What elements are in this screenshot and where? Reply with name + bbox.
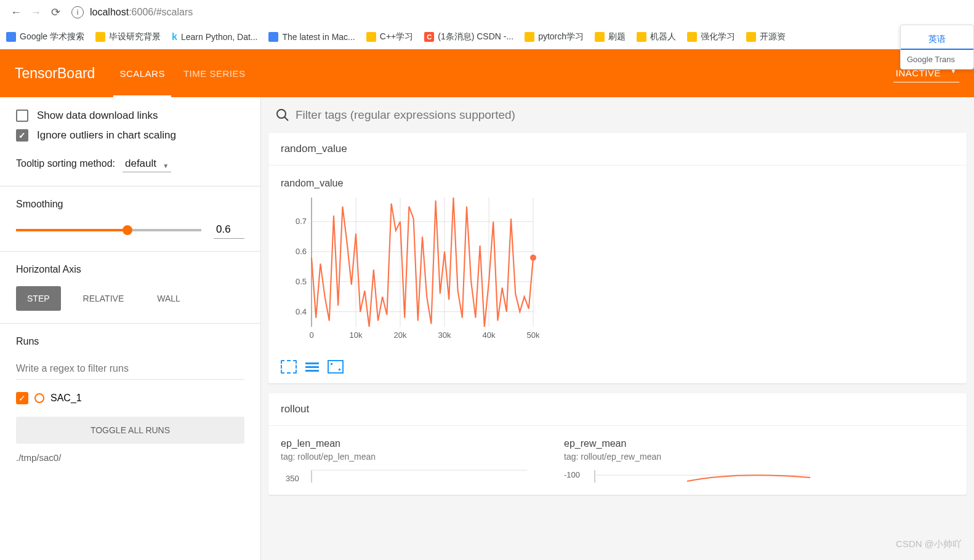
chart-subtitle: tag: rollout/ep_rew_mean (564, 452, 823, 462)
svg-text:0.5: 0.5 (296, 277, 307, 286)
smoothing-value-input[interactable] (214, 221, 244, 239)
axis-label: Horizontal Axis (16, 264, 244, 275)
site-icon (6, 32, 16, 42)
bookmark-label: 刷题 (608, 31, 626, 42)
svg-text:30k: 30k (438, 330, 451, 340)
show-download-checkbox[interactable] (16, 110, 28, 122)
bookmark-item[interactable]: kLearn Python, Dat... (172, 31, 257, 42)
run-path: ./tmp/sac0/ (16, 452, 244, 463)
card-random-value: random_value random_value 010k20k30k40k5… (268, 133, 967, 383)
bookmark-item[interactable]: C(1条消息) CSDN -... (424, 31, 513, 42)
folder-icon (637, 32, 646, 42)
bookmark-item[interactable]: C++学习 (366, 31, 413, 42)
fit-domain-icon[interactable] (328, 360, 344, 374)
bookmark-item[interactable]: pytorch学习 (525, 31, 584, 42)
search-icon (276, 108, 289, 122)
chart-title: random_value (281, 178, 539, 189)
url-text: localhost:6006/#scalars (90, 7, 193, 18)
translate-language[interactable]: 英语 (901, 30, 973, 50)
bookmark-item[interactable]: 开源资 (746, 31, 786, 42)
bookmark-item[interactable]: 强化学习 (687, 31, 735, 42)
address-bar[interactable]: i localhost:6006/#scalars (71, 6, 968, 18)
google-translate-popup[interactable]: 英语 Google Trans (900, 25, 974, 70)
content-area: random_value random_value 010k20k30k40k5… (261, 97, 974, 560)
run-name: SAC_1 (50, 393, 82, 404)
tensorboard-header: TensorBoard SCALARSTIME SERIES INACTIVE (0, 49, 974, 97)
csdn-icon: C (424, 32, 434, 42)
chart-random-value[interactable]: 010k20k30k40k50k0.40.50.60.7 (281, 191, 539, 345)
sidebar: Show data download links Ignore outliers… (0, 97, 261, 560)
card-rollout: rollout ep_len_mean tag: rollout/ep_len_… (268, 393, 967, 495)
svg-text:-100: -100 (564, 470, 580, 479)
bookmark-label: pytorch学习 (538, 31, 584, 42)
svg-text:10k: 10k (350, 330, 363, 340)
divider (0, 251, 260, 252)
forward-button[interactable]: → (26, 2, 46, 22)
bookmark-label: 毕设研究背景 (109, 31, 161, 42)
chart-ep-rew-mean[interactable]: -100 (564, 464, 823, 482)
bookmark-label: Google 学术搜索 (20, 31, 84, 42)
bookmark-item[interactable]: The latest in Mac... (268, 32, 355, 42)
bookmark-item[interactable]: 机器人 (637, 31, 676, 42)
folder-icon (95, 32, 105, 42)
tab-time-series[interactable]: TIME SERIES (183, 49, 246, 97)
axis-button-group: STEPRELATIVEWALL (16, 286, 244, 311)
run-color-swatch (34, 393, 44, 403)
chart-ep-len-mean[interactable]: 350 (281, 464, 539, 482)
divider (0, 323, 260, 324)
divider (0, 186, 260, 186)
tab-scalars[interactable]: SCALARS (119, 49, 165, 97)
tensorboard-logo: TensorBoard (15, 65, 95, 82)
smoothing-slider[interactable] (16, 229, 201, 231)
smoothing-label: Smoothing (16, 199, 244, 210)
bookmark-label: (1条消息) CSDN -... (438, 31, 513, 42)
svg-text:0.6: 0.6 (296, 247, 307, 256)
folder-icon (746, 32, 756, 42)
ignore-outliers-label: Ignore outliers in chart scaling (37, 129, 176, 142)
ignore-outliers-checkbox[interactable] (16, 129, 28, 142)
bookmark-label: Learn Python, Dat... (181, 32, 258, 42)
folder-icon (525, 32, 534, 42)
chart-title: ep_rew_mean (564, 438, 823, 449)
svg-line-1 (284, 117, 288, 121)
runs-filter-input[interactable] (16, 358, 244, 380)
back-button[interactable]: ← (6, 2, 26, 22)
bookmark-item[interactable]: 刷题 (595, 31, 626, 42)
svg-point-23 (530, 255, 536, 261)
bookmark-item[interactable]: 毕设研究背景 (95, 31, 161, 42)
bookmark-label: 开源资 (760, 31, 786, 42)
tooltip-sort-select[interactable]: default (123, 155, 171, 172)
toggle-all-runs-button[interactable]: TOGGLE ALL RUNS (16, 417, 244, 444)
axis-relative-button[interactable]: RELATIVE (72, 286, 135, 311)
bookmark-label: 强化学习 (701, 31, 735, 42)
card-header[interactable]: rollout (268, 393, 967, 426)
run-checkbox[interactable]: ✓ (16, 392, 28, 404)
folder-icon (366, 32, 376, 42)
expand-chart-icon[interactable] (281, 360, 297, 374)
kaggle-icon: k (172, 31, 177, 42)
reload-button[interactable]: ⟳ (46, 2, 65, 22)
bookmark-label: C++学习 (380, 31, 413, 42)
chart-title: ep_len_mean (281, 438, 539, 449)
bookmark-item[interactable]: Google 学术搜索 (6, 31, 84, 42)
folder-icon (595, 32, 605, 42)
bookmark-label: 机器人 (650, 31, 676, 42)
tag-filter-input[interactable] (296, 108, 967, 122)
svg-text:0.4: 0.4 (296, 307, 307, 316)
axis-step-button[interactable]: STEP (16, 286, 61, 311)
site-icon (268, 32, 278, 42)
card-header[interactable]: random_value (268, 133, 967, 166)
toggle-lines-icon[interactable] (304, 360, 320, 374)
tooltip-sort-label: Tooltip sorting method: (16, 158, 115, 169)
svg-text:40k: 40k (483, 330, 496, 340)
run-row[interactable]: ✓SAC_1 (16, 388, 244, 408)
axis-wall-button[interactable]: WALL (146, 286, 191, 311)
svg-point-0 (277, 110, 286, 118)
show-download-label: Show data download links (37, 110, 158, 122)
bookmarks-bar: Google 学术搜索毕设研究背景kLearn Python, Dat...Th… (0, 25, 974, 49)
browser-toolbar: ← → ⟳ i localhost:6006/#scalars (0, 0, 974, 25)
site-info-icon[interactable]: i (71, 6, 84, 18)
folder-icon (687, 32, 697, 42)
runs-label: Runs (16, 336, 244, 347)
chart-subtitle: tag: rollout/ep_len_mean (281, 452, 539, 462)
